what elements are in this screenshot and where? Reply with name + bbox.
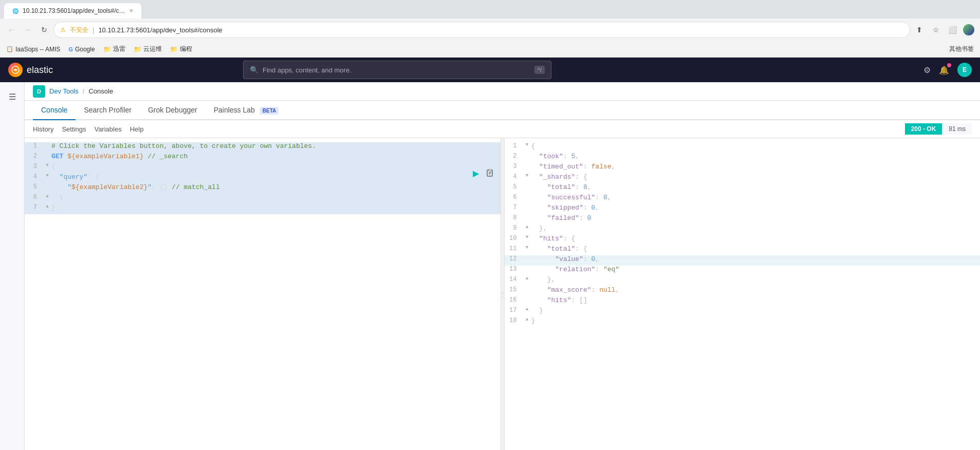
editor-left-panel[interactable]: 1 # Click the Variables button, above, t… (25, 138, 501, 450)
line-content: "value": 0, (531, 255, 978, 263)
editor-right-panel: 1 ▼ { 2 "took": 5, 3 "timed_out" (505, 138, 981, 450)
line-gutter: ▲ (43, 204, 51, 209)
code-line-6: 6 ▲ } (25, 194, 501, 204)
tab-console[interactable]: Console (33, 101, 76, 120)
tab-label: Grok Debugger (148, 106, 197, 114)
variables-button[interactable]: Variables (94, 125, 121, 133)
browser-toolbar: ← → ↻ ⚠ 不安全 | 10.10.21.73:5601/app/dev_t… (0, 18, 980, 41)
line-content: "hits": [] (531, 296, 978, 304)
bookmarks-bar: 📋 IaaSops -- AMIS G Google 📁 迅雷 📁 云运维 📁 … (0, 41, 980, 58)
forward-button[interactable]: → (21, 23, 35, 37)
output-line-6: 6 "successful": 8, (505, 194, 981, 204)
help-button[interactable]: Help (130, 125, 144, 133)
settings-button[interactable]: Settings (62, 125, 86, 133)
line-number: 7 (27, 204, 43, 211)
status-time: 81 ms (942, 123, 972, 135)
line-content: "timed_out": false, (531, 163, 978, 171)
bookmark-google[interactable]: G Google (68, 46, 95, 53)
share-button[interactable]: ⬆ (912, 23, 927, 37)
output-line-18: 18 ▲ } (505, 317, 981, 327)
status-bar: 200 - OK 81 ms (905, 123, 972, 135)
output-line-2: 2 "took": 5, (505, 153, 981, 163)
line-content: "max_score": null, (531, 286, 978, 294)
bookmark-xunlei[interactable]: 📁 迅雷 (103, 45, 125, 53)
code-line-1: 1 # Click the Variables button, above, t… (25, 142, 501, 153)
line-content: } (51, 204, 498, 212)
line-number: 11 (507, 245, 523, 252)
copy-as-curl-button[interactable] (484, 167, 496, 179)
settings-icon[interactable]: ⚙ (923, 65, 931, 75)
search-icon: 🔍 (250, 66, 258, 74)
output-line-5: 5 "total": 8, (505, 183, 981, 194)
output-line-4: 4 ▼ "_shards": { (505, 173, 981, 183)
code-line-5: 5 "${exampleVariable2}": {} // match_all (25, 183, 501, 194)
output-line-12: 12 "value": 0, (505, 255, 981, 266)
output-line-10: 10 ▼ "hits": { (505, 235, 981, 245)
line-number: 9 (507, 224, 523, 232)
bookmark-icon: 📋 (6, 46, 13, 52)
svg-rect-2 (489, 169, 492, 171)
line-content: { (51, 163, 498, 171)
line-number: 16 (507, 296, 523, 304)
editor-area: 1 # Click the Variables button, above, t… (25, 138, 980, 450)
line-content: "_shards": { (531, 173, 978, 181)
action-buttons: ▶ (470, 167, 496, 179)
tab-label: Console (41, 106, 67, 114)
elastic-search-bar[interactable]: 🔍 Find apps, content, and more. ^/ (243, 61, 551, 79)
breadcrumb-parent[interactable]: Dev Tools (49, 87, 79, 95)
output-line-17: 17 ▲ } (505, 307, 981, 317)
notifications-icon[interactable]: 🔔 (939, 65, 949, 75)
line-number: 10 (507, 235, 523, 242)
hamburger-button[interactable]: ☰ (4, 88, 21, 105)
elastic-logo-icon (8, 63, 23, 77)
line-number: 7 (507, 204, 523, 211)
history-button[interactable]: History (33, 125, 53, 133)
code-line-4: 4 ▼ "query": { (25, 173, 501, 183)
output-line-16: 16 "hits": [] (505, 296, 981, 307)
tab-search-profiler[interactable]: Search Profiler (76, 101, 140, 120)
address-bar[interactable]: ⚠ 不安全 | 10.10.21.73:5601/app/dev_tools#/… (53, 22, 910, 38)
browser-tab-bar: 🌐 10.10.21.73:5601/app/dev_tools#/consol… (0, 0, 980, 18)
reload-button[interactable]: ↻ (37, 23, 51, 37)
bookmark-button[interactable]: ☆ (929, 23, 943, 37)
editor-divider[interactable]: ⋮ (501, 138, 505, 450)
line-content: } (531, 317, 978, 325)
line-gutter: ▼ (43, 173, 51, 178)
avatar-letter: E (963, 66, 967, 73)
tab-grok-debugger[interactable]: Grok Debugger (140, 101, 206, 120)
back-button[interactable]: ← (4, 23, 19, 37)
line-gutter: ▲ (523, 307, 531, 312)
bookmark-biancheng[interactable]: 📁 编程 (170, 45, 192, 53)
toolbar: History Settings Variables Help 200 - OK… (25, 120, 980, 138)
output-line-7: 7 "skipped": 0, (505, 204, 981, 214)
run-button[interactable]: ▶ (470, 167, 482, 179)
browser-tab[interactable]: 🌐 10.10.21.73:5601/app/dev_tools#/consol… (4, 3, 141, 18)
line-number: 2 (27, 153, 43, 160)
profile-button[interactable] (961, 23, 976, 37)
bookmark-iaasops[interactable]: 📋 IaaSops -- AMIS (6, 46, 60, 53)
bookmarks-right[interactable]: 其他书签 (949, 45, 974, 53)
line-content: "hits": { (531, 235, 978, 242)
line-number: 12 (507, 255, 523, 262)
notification-badge (947, 63, 951, 67)
tabs-bar: Console Search Profiler Grok Debugger Pa… (25, 101, 980, 120)
address-separator: | (93, 26, 94, 34)
folder-icon: 📁 (103, 46, 111, 53)
elastic-logo[interactable]: elastic (8, 63, 53, 77)
google-icon: G (68, 46, 73, 52)
avatar[interactable]: E (957, 63, 972, 77)
line-content: "${exampleVariable2}": {} // match_all (51, 183, 498, 191)
line-gutter: ▼ (523, 142, 531, 147)
output-line-3: 3 "timed_out": false, (505, 163, 981, 173)
bookmark-yunops[interactable]: 📁 云运维 (134, 45, 162, 53)
output-line-9: 9 ▲ }, (505, 224, 981, 235)
bookmark-label: Google (75, 46, 95, 53)
tab-title: 10.10.21.73:5601/app/dev_tools#/console (23, 7, 125, 14)
tab-painless-lab[interactable]: Painless Lab BETA (206, 101, 287, 120)
line-content: "took": 5, (531, 153, 978, 160)
line-content: "total": { (531, 245, 978, 253)
window-button[interactable]: ⬜ (945, 23, 959, 37)
breadcrumb: D Dev Tools / Console (25, 82, 980, 101)
line-number: 13 (507, 266, 523, 273)
output-line-13: 13 "relation": "eq" (505, 266, 981, 276)
